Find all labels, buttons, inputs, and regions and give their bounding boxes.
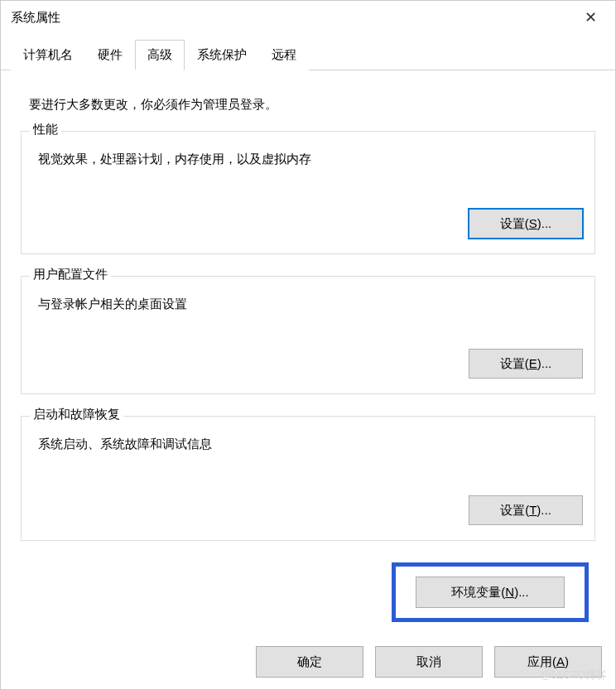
environment-variables-button[interactable]: 环境变量(N)... (416, 577, 565, 608)
close-icon: ✕ (585, 8, 597, 27)
tab-label: 计算机名 (23, 47, 73, 61)
user-profiles-groupbox: 用户配置文件 与登录帐户相关的桌面设置 设置(E)... (21, 276, 595, 394)
system-properties-dialog: 系统属性 ✕ 计算机名 硬件 高级 系统保护 远程 要进行大多数更改，你必须作为… (0, 0, 616, 690)
cancel-label: 取消 (416, 654, 441, 668)
titlebar: 系统属性 ✕ (1, 1, 615, 34)
env-vars-row: 环境变量(N)... (21, 562, 595, 622)
tab-label: 硬件 (98, 47, 123, 61)
performance-title: 性能 (30, 122, 61, 138)
tab-advanced[interactable]: 高级 (135, 40, 185, 70)
admin-instruction: 要进行大多数更改，你必须作为管理员登录。 (29, 97, 595, 113)
user-profiles-settings-button[interactable]: 设置(E)... (469, 349, 583, 379)
startup-recovery-title: 启动和故障恢复 (30, 407, 123, 422)
dialog-button-row: 确定 取消 应用(A) (256, 646, 602, 678)
performance-settings-button[interactable]: 设置(S)... (469, 209, 583, 239)
tab-computer-name[interactable]: 计算机名 (11, 40, 85, 70)
ok-label: 确定 (297, 654, 322, 668)
ok-button[interactable]: 确定 (256, 646, 363, 678)
tab-label: 高级 (147, 47, 172, 61)
tab-system-protection[interactable]: 系统保护 (185, 40, 259, 70)
env-vars-highlight: 环境变量(N)... (392, 562, 589, 622)
user-profiles-title: 用户配置文件 (30, 267, 111, 282)
window-title: 系统属性 (11, 10, 60, 26)
tab-hardware[interactable]: 硬件 (85, 40, 135, 70)
startup-recovery-groupbox: 启动和故障恢复 系统启动、系统故障和调试信息 设置(T)... (21, 416, 595, 541)
tab-label: 远程 (272, 47, 296, 61)
cancel-button[interactable]: 取消 (375, 646, 483, 678)
tab-remote[interactable]: 远程 (259, 40, 309, 70)
user-profiles-desc: 与登录帐户相关的桌面设置 (38, 297, 583, 312)
performance-groupbox: 性能 视觉效果，处理器计划，内存使用，以及虚拟内存 设置(S)... (21, 131, 595, 254)
close-button[interactable]: ✕ (565, 1, 615, 34)
advanced-tab-content: 要进行大多数更改，你必须作为管理员登录。 性能 视觉效果，处理器计划，内存使用，… (1, 70, 615, 622)
tab-label: 系统保护 (197, 47, 247, 61)
startup-recovery-desc: 系统启动、系统故障和调试信息 (38, 437, 583, 452)
performance-desc: 视觉效果，处理器计划，内存使用，以及虚拟内存 (38, 152, 583, 167)
apply-button[interactable]: 应用(A) (494, 646, 602, 678)
tab-strip: 计算机名 硬件 高级 系统保护 远程 (1, 39, 615, 70)
startup-recovery-settings-button[interactable]: 设置(T)... (469, 495, 583, 525)
